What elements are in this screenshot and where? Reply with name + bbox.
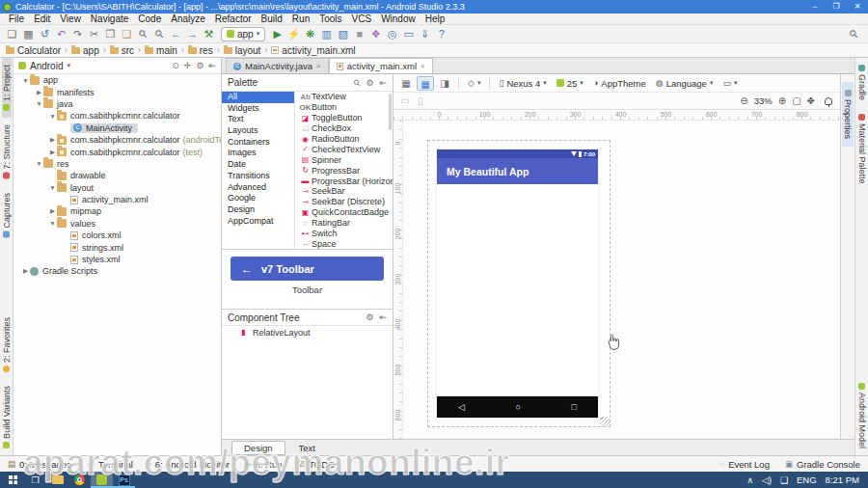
theme-select[interactable]: ◑ AppTheme — [589, 78, 650, 89]
menu-item[interactable]: File — [4, 14, 29, 25]
menu-item[interactable]: Edit — [29, 14, 55, 25]
menu-item[interactable]: Tools — [314, 14, 346, 25]
minimize-button[interactable]: – — [804, 0, 826, 14]
tree-expand-arrow-icon[interactable]: ▼ — [48, 184, 57, 191]
palette-category[interactable]: All — [222, 92, 294, 103]
palette-category[interactable]: Layouts — [222, 125, 294, 137]
project-tree-row[interactable]: ▶ Gradle Scripts — [14, 265, 221, 277]
breadcrumb-item[interactable]: layout › — [224, 45, 272, 56]
project-tree-row[interactable]: ▶ com.sabithpkcmnr.calculator(androidTes… — [14, 134, 221, 146]
project-tree-row[interactable]: strings.xml — [14, 241, 221, 253]
toolbar-icon[interactable]: ▶ — [269, 26, 285, 42]
tree-expand-arrow-icon[interactable]: ▶ — [48, 136, 57, 144]
toolbar-icon[interactable]: ✂ — [86, 26, 102, 42]
project-tree-row[interactable]: ▼ com.sabithpkcmnr.calculator — [14, 110, 221, 122]
tool-window-tab[interactable]: 7: Structure — [2, 118, 12, 186]
palette-category[interactable]: Google — [222, 193, 294, 204]
tree-expand-arrow-icon[interactable]: ▶ — [48, 149, 57, 156]
component-tree-row[interactable]: ▮ RelativeLayout — [222, 326, 393, 339]
tree-expand-arrow-icon[interactable]: ▶ — [48, 207, 57, 215]
editor-mode-tab[interactable]: Text — [287, 442, 327, 454]
device-select[interactable]: ▯ Nexus 4 ▾ — [495, 78, 550, 89]
toolbar-icon[interactable]: ❖ — [367, 26, 384, 42]
project-tree-row[interactable]: colors.xml — [14, 230, 221, 241]
notifications-bell-icon[interactable] — [825, 97, 832, 105]
palette-category[interactable]: Date — [222, 159, 294, 171]
palette-widget-item[interactable]: ↻ ProgressBar — [295, 165, 393, 176]
project-tree-row[interactable]: drawable — [14, 170, 221, 181]
palette-category[interactable]: Containers — [222, 137, 294, 149]
project-tree-row[interactable]: ▼ layout — [14, 182, 221, 194]
palette-category[interactable]: Widgets — [222, 103, 294, 115]
breadcrumb-item[interactable]: app › — [71, 45, 110, 56]
tool-window-tab[interactable]: Material Palette — [857, 107, 867, 191]
tree-expand-arrow-icon[interactable]: ▼ — [21, 77, 30, 84]
project-tree-row[interactable]: ▶ mipmap — [14, 205, 221, 217]
palette-widget-item[interactable]: ▬ ProgressBar (Horizontal) — [295, 176, 393, 186]
tool-window-tab[interactable]: 2: Favorites — [2, 311, 12, 379]
resize-handle[interactable] — [600, 417, 610, 426]
tree-expand-arrow-icon[interactable]: ▶ — [35, 89, 43, 96]
project-tree-row[interactable]: ▶ manifests — [14, 86, 221, 97]
toolbar-icon[interactable]: ❏ — [4, 26, 20, 42]
toolbar-icon[interactable]: → — [184, 26, 201, 42]
status-bar-button[interactable]: ▶4: Run — [245, 459, 283, 470]
tool-window-tab[interactable]: Captures — [2, 186, 12, 245]
toolbar-icon[interactable]: ❐ — [102, 26, 119, 42]
palette-widget-item[interactable]: ⊸ SeekBar (Discrete) — [295, 197, 393, 207]
tray-expand-icon[interactable]: ∧ — [746, 475, 753, 485]
project-tree-row[interactable]: ▼ java — [14, 98, 221, 110]
menu-item[interactable]: Refactor — [210, 14, 257, 25]
language-select[interactable]: ◍ Language ▾ — [652, 78, 718, 89]
gear-icon[interactable]: ⚙ — [366, 312, 373, 322]
zoom-in-icon[interactable]: ⊕ — [778, 95, 786, 106]
api-level-select[interactable]: 25 ▾ — [553, 78, 587, 89]
tree-expand-arrow-icon[interactable]: ▼ — [48, 113, 57, 120]
menu-item[interactable]: View — [55, 14, 86, 25]
view-mode-icon[interactable]: ◨ — [436, 76, 453, 91]
project-view-select[interactable]: Android — [30, 61, 63, 71]
view-mode-icon[interactable]: ▦ — [417, 76, 434, 91]
palette-widget-item[interactable]: Ab TextView — [295, 92, 393, 102]
menu-item[interactable]: Analyze — [166, 14, 210, 25]
palette-widget-item[interactable]: ☑ CheckBox — [295, 123, 393, 134]
close-button[interactable]: ✕ — [847, 0, 868, 14]
palette-widget-item[interactable]: ▤ Spinner — [295, 154, 393, 165]
close-tab-icon[interactable]: × — [316, 62, 321, 70]
file-explorer-button[interactable] — [46, 472, 68, 488]
view-mode-icon[interactable]: ▦ — [397, 76, 415, 91]
palette-widget-item[interactable]: ◪ ToggleButton — [295, 113, 393, 123]
palette-category[interactable]: Advanced — [222, 182, 294, 194]
language-indicator[interactable]: ENG — [797, 474, 817, 485]
start-button[interactable] — [2, 472, 24, 488]
palette-widget-item[interactable]: ⊷ Switch — [295, 229, 393, 239]
toolbar-icon[interactable]: ⚡ — [285, 26, 302, 42]
editor-mode-tab[interactable]: Design — [231, 441, 285, 455]
status-bar-button[interactable]: ▣Gradle Console — [785, 459, 860, 470]
palette-category[interactable]: Images — [222, 148, 294, 159]
device-content-area[interactable] — [437, 184, 598, 396]
menu-item[interactable]: Help — [420, 14, 450, 25]
palette-widget-item[interactable]: ⊸ SeekBar — [295, 186, 393, 197]
toolbar-icon[interactable]: ▭ — [400, 26, 417, 42]
toolbar-icon[interactable]: ◎ — [384, 26, 400, 42]
tool-window-tab[interactable]: Build Variants — [2, 379, 12, 455]
toolbar-icon[interactable]: ↺ — [37, 26, 53, 42]
chrome-button[interactable] — [68, 472, 91, 488]
notifications-icon[interactable]: ❑ — [780, 475, 788, 485]
maximize-button[interactable]: ❐ — [826, 0, 847, 14]
project-tree-row[interactable]: ▼ res — [14, 158, 221, 170]
status-bar-button[interactable]: ▭Terminal — [87, 459, 133, 470]
menu-item[interactable]: Window — [376, 14, 420, 25]
toolbar-icon[interactable]: ? — [433, 26, 449, 42]
status-bar-button[interactable]: ◌Event Log — [719, 459, 770, 470]
properties-tab[interactable]: Properties — [842, 82, 854, 147]
palette-widget-item[interactable]: ↔ Space — [295, 238, 393, 249]
breadcrumb-item[interactable]: src › — [110, 45, 145, 56]
toolbar-icon[interactable]: ↷ — [69, 26, 86, 42]
task-view-button[interactable]: ❒ — [24, 472, 46, 488]
android-studio-taskbar-button[interactable] — [91, 472, 113, 488]
palette-widget-item[interactable]: ☆ RatingBar — [295, 218, 393, 229]
gear-icon[interactable]: ⚙ — [196, 61, 203, 70]
tree-expand-arrow-icon[interactable]: ▼ — [35, 100, 43, 107]
